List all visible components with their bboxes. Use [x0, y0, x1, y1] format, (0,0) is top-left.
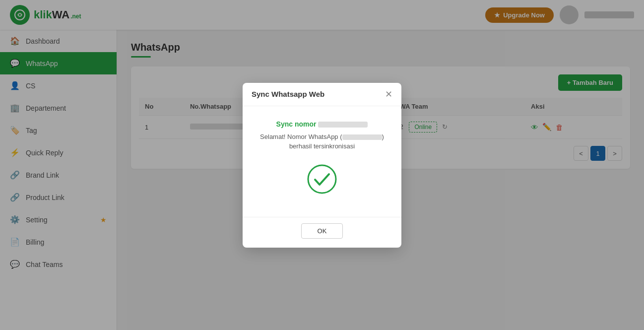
modal-title: Sync Whatsapp Web [252, 90, 324, 98]
sync-modal: Sync Whatsapp Web ✕ Sync nomor Selamat! … [243, 83, 401, 248]
check-icon-wrap [306, 163, 338, 195]
modal-footer: OK [243, 217, 401, 248]
modal-body: Sync nomor Selamat! Nomor WhatsApp () be… [243, 106, 401, 217]
modal-close-button[interactable]: ✕ [385, 90, 392, 99]
sync-number-value [318, 122, 368, 128]
svg-point-2 [308, 165, 336, 193]
sync-message: Selamat! Nomor WhatsApp () berhasil ters… [253, 132, 391, 151]
sync-number-highlight [342, 134, 382, 140]
ok-button[interactable]: OK [301, 223, 343, 239]
modal-overlay[interactable]: Sync Whatsapp Web ✕ Sync nomor Selamat! … [0, 0, 644, 330]
modal-header: Sync Whatsapp Web ✕ [243, 83, 401, 106]
sync-nomor-label: Sync nomor [253, 120, 391, 128]
check-circle-icon [306, 163, 338, 195]
